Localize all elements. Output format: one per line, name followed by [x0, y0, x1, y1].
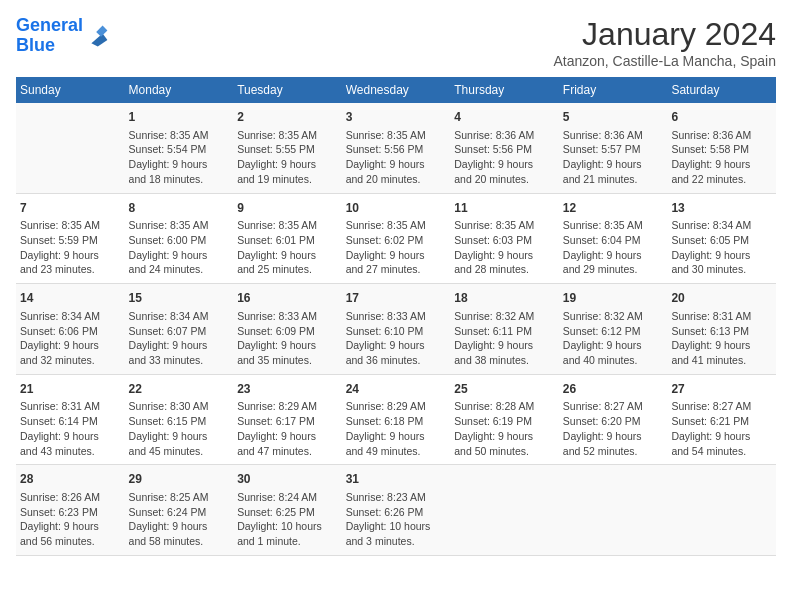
day-info: Sunrise: 8:25 AMSunset: 6:24 PMDaylight:… [129, 490, 230, 549]
calendar-cell: 2Sunrise: 8:35 AMSunset: 5:55 PMDaylight… [233, 103, 342, 193]
calendar-cell: 14Sunrise: 8:34 AMSunset: 6:06 PMDayligh… [16, 284, 125, 375]
calendar-cell: 28Sunrise: 8:26 AMSunset: 6:23 PMDayligh… [16, 465, 125, 556]
calendar-cell: 26Sunrise: 8:27 AMSunset: 6:20 PMDayligh… [559, 374, 668, 465]
day-number: 8 [129, 200, 230, 217]
calendar-cell: 19Sunrise: 8:32 AMSunset: 6:12 PMDayligh… [559, 284, 668, 375]
day-info: Sunrise: 8:34 AMSunset: 6:06 PMDaylight:… [20, 309, 121, 368]
day-number: 20 [671, 290, 772, 307]
header-cell-monday: Monday [125, 77, 234, 103]
day-info: Sunrise: 8:31 AMSunset: 6:14 PMDaylight:… [20, 399, 121, 458]
day-number: 25 [454, 381, 555, 398]
day-info: Sunrise: 8:36 AMSunset: 5:57 PMDaylight:… [563, 128, 664, 187]
calendar-cell: 3Sunrise: 8:35 AMSunset: 5:56 PMDaylight… [342, 103, 451, 193]
day-info: Sunrise: 8:27 AMSunset: 6:21 PMDaylight:… [671, 399, 772, 458]
page-title: January 2024 [553, 16, 776, 53]
calendar-cell: 9Sunrise: 8:35 AMSunset: 6:01 PMDaylight… [233, 193, 342, 284]
day-number: 30 [237, 471, 338, 488]
page-subtitle: Atanzon, Castille-La Mancha, Spain [553, 53, 776, 69]
calendar-cell: 24Sunrise: 8:29 AMSunset: 6:18 PMDayligh… [342, 374, 451, 465]
day-info: Sunrise: 8:28 AMSunset: 6:19 PMDaylight:… [454, 399, 555, 458]
day-info: Sunrise: 8:24 AMSunset: 6:25 PMDaylight:… [237, 490, 338, 549]
day-info: Sunrise: 8:35 AMSunset: 6:00 PMDaylight:… [129, 218, 230, 277]
day-info: Sunrise: 8:35 AMSunset: 5:54 PMDaylight:… [129, 128, 230, 187]
day-number: 14 [20, 290, 121, 307]
day-info: Sunrise: 8:32 AMSunset: 6:12 PMDaylight:… [563, 309, 664, 368]
day-info: Sunrise: 8:35 AMSunset: 6:03 PMDaylight:… [454, 218, 555, 277]
day-info: Sunrise: 8:26 AMSunset: 6:23 PMDaylight:… [20, 490, 121, 549]
day-number: 7 [20, 200, 121, 217]
calendar-cell: 29Sunrise: 8:25 AMSunset: 6:24 PMDayligh… [125, 465, 234, 556]
day-info: Sunrise: 8:27 AMSunset: 6:20 PMDaylight:… [563, 399, 664, 458]
calendar-cell: 17Sunrise: 8:33 AMSunset: 6:10 PMDayligh… [342, 284, 451, 375]
calendar-cell: 15Sunrise: 8:34 AMSunset: 6:07 PMDayligh… [125, 284, 234, 375]
day-number: 12 [563, 200, 664, 217]
calendar-cell: 18Sunrise: 8:32 AMSunset: 6:11 PMDayligh… [450, 284, 559, 375]
calendar-cell: 13Sunrise: 8:34 AMSunset: 6:05 PMDayligh… [667, 193, 776, 284]
calendar-cell: 4Sunrise: 8:36 AMSunset: 5:56 PMDaylight… [450, 103, 559, 193]
day-number: 9 [237, 200, 338, 217]
header-cell-thursday: Thursday [450, 77, 559, 103]
day-number: 22 [129, 381, 230, 398]
calendar-cell [667, 465, 776, 556]
day-info: Sunrise: 8:35 AMSunset: 5:55 PMDaylight:… [237, 128, 338, 187]
calendar-cell: 30Sunrise: 8:24 AMSunset: 6:25 PMDayligh… [233, 465, 342, 556]
logo-icon [85, 24, 109, 48]
day-number: 10 [346, 200, 447, 217]
day-info: Sunrise: 8:31 AMSunset: 6:13 PMDaylight:… [671, 309, 772, 368]
day-number: 23 [237, 381, 338, 398]
calendar-cell [16, 103, 125, 193]
header-cell-friday: Friday [559, 77, 668, 103]
day-number: 24 [346, 381, 447, 398]
day-info: Sunrise: 8:35 AMSunset: 5:56 PMDaylight:… [346, 128, 447, 187]
calendar-cell: 20Sunrise: 8:31 AMSunset: 6:13 PMDayligh… [667, 284, 776, 375]
day-number: 18 [454, 290, 555, 307]
day-number: 3 [346, 109, 447, 126]
day-number: 31 [346, 471, 447, 488]
day-number: 17 [346, 290, 447, 307]
day-number: 16 [237, 290, 338, 307]
day-number: 21 [20, 381, 121, 398]
day-info: Sunrise: 8:36 AMSunset: 5:56 PMDaylight:… [454, 128, 555, 187]
day-number: 28 [20, 471, 121, 488]
calendar-cell: 6Sunrise: 8:36 AMSunset: 5:58 PMDaylight… [667, 103, 776, 193]
day-number: 29 [129, 471, 230, 488]
calendar-cell: 7Sunrise: 8:35 AMSunset: 5:59 PMDaylight… [16, 193, 125, 284]
day-info: Sunrise: 8:35 AMSunset: 6:01 PMDaylight:… [237, 218, 338, 277]
day-number: 11 [454, 200, 555, 217]
day-number: 19 [563, 290, 664, 307]
day-number: 4 [454, 109, 555, 126]
title-block: January 2024 Atanzon, Castille-La Mancha… [553, 16, 776, 69]
calendar-cell: 16Sunrise: 8:33 AMSunset: 6:09 PMDayligh… [233, 284, 342, 375]
logo-text: GeneralBlue [16, 16, 83, 56]
page-header: GeneralBlue January 2024 Atanzon, Castil… [16, 16, 776, 69]
day-number: 1 [129, 109, 230, 126]
calendar-cell: 21Sunrise: 8:31 AMSunset: 6:14 PMDayligh… [16, 374, 125, 465]
header-cell-saturday: Saturday [667, 77, 776, 103]
calendar-cell: 22Sunrise: 8:30 AMSunset: 6:15 PMDayligh… [125, 374, 234, 465]
calendar-cell: 27Sunrise: 8:27 AMSunset: 6:21 PMDayligh… [667, 374, 776, 465]
day-info: Sunrise: 8:29 AMSunset: 6:18 PMDaylight:… [346, 399, 447, 458]
calendar-table: SundayMondayTuesdayWednesdayThursdayFrid… [16, 77, 776, 556]
week-row: 7Sunrise: 8:35 AMSunset: 5:59 PMDaylight… [16, 193, 776, 284]
week-row: 1Sunrise: 8:35 AMSunset: 5:54 PMDaylight… [16, 103, 776, 193]
header-cell-sunday: Sunday [16, 77, 125, 103]
calendar-cell: 5Sunrise: 8:36 AMSunset: 5:57 PMDaylight… [559, 103, 668, 193]
calendar-cell: 11Sunrise: 8:35 AMSunset: 6:03 PMDayligh… [450, 193, 559, 284]
day-number: 6 [671, 109, 772, 126]
day-info: Sunrise: 8:36 AMSunset: 5:58 PMDaylight:… [671, 128, 772, 187]
day-info: Sunrise: 8:34 AMSunset: 6:05 PMDaylight:… [671, 218, 772, 277]
svg-marker-0 [91, 33, 107, 46]
calendar-body: 1Sunrise: 8:35 AMSunset: 5:54 PMDaylight… [16, 103, 776, 555]
day-number: 2 [237, 109, 338, 126]
day-info: Sunrise: 8:34 AMSunset: 6:07 PMDaylight:… [129, 309, 230, 368]
day-number: 5 [563, 109, 664, 126]
calendar-cell [559, 465, 668, 556]
calendar-cell [450, 465, 559, 556]
day-number: 26 [563, 381, 664, 398]
day-info: Sunrise: 8:33 AMSunset: 6:09 PMDaylight:… [237, 309, 338, 368]
day-info: Sunrise: 8:30 AMSunset: 6:15 PMDaylight:… [129, 399, 230, 458]
day-number: 15 [129, 290, 230, 307]
day-number: 13 [671, 200, 772, 217]
calendar-cell: 25Sunrise: 8:28 AMSunset: 6:19 PMDayligh… [450, 374, 559, 465]
day-info: Sunrise: 8:35 AMSunset: 6:04 PMDaylight:… [563, 218, 664, 277]
